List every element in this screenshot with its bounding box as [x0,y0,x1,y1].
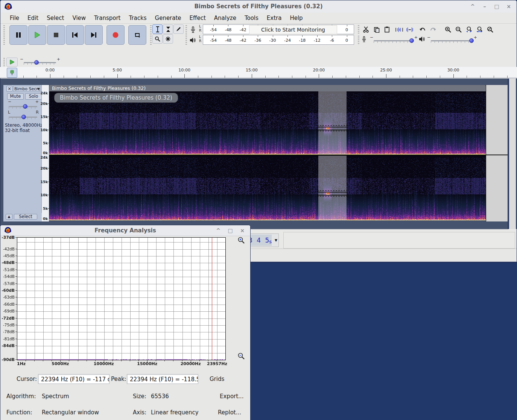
freq-ruler-tick [48,182,49,182]
toolbar-grip[interactable] [186,25,187,45]
maximize-button[interactable]: □ [226,226,234,235]
zoom-tool-button[interactable] [152,34,163,44]
menu-item-transport[interactable]: Transport [90,15,125,21]
solo-button[interactable]: Solo [25,93,42,100]
draw-tool-button[interactable] [173,24,184,34]
stop-button[interactable] [47,25,65,45]
pause-button[interactable] [9,25,27,45]
menu-item-extra[interactable]: Extra [263,15,286,21]
multi-tool-button[interactable] [163,34,173,44]
minimize-button[interactable]: – [481,2,489,11]
undo-button[interactable] [417,25,427,34]
slider-thumb[interactable] [34,60,39,65]
time-label: 0:00 [46,68,55,73]
gain-slider[interactable]: − + [9,102,37,108]
pan-slider[interactable]: L R [9,112,37,119]
menu-item-tracks[interactable]: Tracks [125,15,151,21]
cut-button[interactable] [361,25,371,34]
slider-thumb[interactable] [469,38,474,43]
loop-button[interactable] [128,25,146,45]
speed-slider[interactable]: − + [24,58,56,65]
zoom-out-button[interactable] [453,25,464,34]
slider-thumb[interactable] [23,104,27,109]
toolbar-grip[interactable] [3,58,5,66]
fit-project-button[interactable] [474,25,485,34]
slider-thumb[interactable] [409,38,414,43]
track-name-box[interactable]: Bimbo Secre▼ [13,86,40,92]
selection-time-field[interactable]: 3 4 5 s ▼ [246,234,279,247]
play-meter-speaker-icon[interactable] [188,35,198,45]
close-button[interactable]: × [238,226,246,235]
db-axis-label: -42dB [0,247,15,251]
trim-outside-selection-button[interactable] [394,25,404,34]
algorithm-select[interactable]: Spectrum [42,393,69,400]
monitoring-overlay[interactable]: Click to Start Monitoring [249,25,337,34]
pin-playhead-button[interactable] [7,68,17,78]
envelope-tool-button[interactable] [163,24,173,34]
channel-divider [486,155,508,155]
toolbar-grip[interactable] [358,36,359,45]
shade-button[interactable]: ^ [468,2,477,11]
silence-selection-button[interactable] [404,25,415,34]
ruler-tick [292,76,292,78]
toolbar-grip[interactable] [358,25,359,34]
menu-item-generate[interactable]: Generate [151,15,186,21]
main-titlebar[interactable]: Bimbo Secrets of Filthy Pleasures (0.32)… [0,0,517,13]
zoom-toggle-button[interactable] [485,25,495,34]
menu-item-tools[interactable]: Tools [240,15,263,21]
collapse-track-button[interactable]: ▲ [6,214,12,220]
menu-item-effect[interactable]: Effect [186,15,210,21]
play-at-speed-button[interactable] [6,58,18,67]
audio-clip[interactable]: Bimbo Secrets of Filthy Pleasures (0.32) [49,85,486,221]
zoom-out-icon[interactable] [237,352,245,360]
paste-button[interactable] [382,25,392,34]
shade-button[interactable]: ^ [214,226,222,235]
skip-to-end-button[interactable] [85,25,103,45]
menu-item-file[interactable]: File [6,15,23,21]
menu-item-select[interactable]: Select [43,15,68,21]
record-meter-mic-icon[interactable] [188,25,198,34]
chevron-down-icon[interactable]: ▼ [275,238,277,242]
spectrogram-channel-2[interactable] [49,156,486,220]
menu-item-analyze[interactable]: Analyze [210,15,240,21]
axis-select[interactable]: Linear frequency [151,409,199,416]
menu-item-help[interactable]: Help [286,15,307,21]
spectrum-plot[interactable] [17,237,226,360]
play-button[interactable] [28,25,46,45]
track-close-button[interactable]: × [6,86,12,92]
record-button[interactable] [106,25,125,45]
play-volume-slider[interactable]: − + [431,36,473,43]
menu-item-view[interactable]: View [68,15,90,21]
slider-thumb[interactable] [21,115,26,119]
ruler-tick [225,76,225,78]
play-meter[interactable]: -54-48-42-36-30-24-18-12-60 [203,35,354,45]
peak-value-field: 22394 Hz (F10) = -118.5 d [127,374,198,384]
toolbar-grip[interactable] [3,25,5,45]
channel-divider [49,155,486,156]
record-volume-slider[interactable]: − + [374,36,414,43]
function-select[interactable]: Rectangular window [42,409,99,416]
zoom-in-button[interactable] [443,25,453,34]
vertical-scrollbar[interactable] [508,79,516,229]
export-button[interactable]: Export... [220,393,243,400]
mute-button[interactable]: Mute [7,93,24,100]
grids-checkbox[interactable]: Grids [210,376,224,382]
copy-button[interactable] [371,25,382,34]
record-meter[interactable]: -54-48-42-36-30-24-18-12-60Click to Star… [203,24,354,34]
freq-titlebar[interactable]: Frequency Analysis ^□× [0,225,250,236]
select-track-button[interactable]: Select [14,214,37,220]
menu-item-edit[interactable]: Edit [23,15,43,21]
ruler-tick [413,76,413,78]
fit-selection-button[interactable] [464,25,474,34]
maximize-button[interactable]: □ [493,2,501,11]
clip-title-bar[interactable]: Bimbo Secrets of Filthy Pleasures (0.32) [49,85,486,91]
skip-to-start-button[interactable] [66,25,84,45]
zoom-in-icon[interactable] [237,237,245,244]
replot-button[interactable]: Replot... [218,409,241,416]
timeline-ruler[interactable]: 0:005:0010:0015:0020:0025:0030:00 [0,67,517,78]
toolbar-grip[interactable] [150,25,152,45]
redo-button[interactable] [428,25,438,34]
close-button[interactable]: × [505,2,513,11]
selection-tool-button[interactable] [152,24,163,34]
size-select[interactable]: 65536 [151,393,169,400]
